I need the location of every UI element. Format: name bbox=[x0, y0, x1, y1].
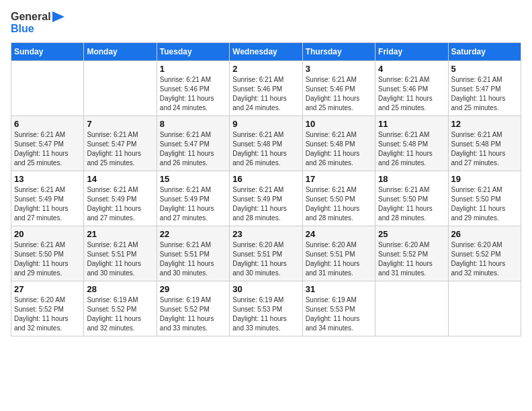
calendar-cell: 3Sunrise: 6:21 AM Sunset: 5:46 PM Daylig… bbox=[302, 61, 375, 116]
calendar-cell: 17Sunrise: 6:21 AM Sunset: 5:50 PM Dayli… bbox=[302, 171, 375, 226]
calendar-cell: 7Sunrise: 6:21 AM Sunset: 5:47 PM Daylig… bbox=[84, 116, 157, 171]
calendar-cell: 19Sunrise: 6:21 AM Sunset: 5:50 PM Dayli… bbox=[448, 171, 521, 226]
calendar-cell: 9Sunrise: 6:21 AM Sunset: 5:48 PM Daylig… bbox=[230, 116, 302, 171]
calendar-cell: 31Sunrise: 6:19 AM Sunset: 5:53 PM Dayli… bbox=[302, 281, 375, 336]
calendar-cell bbox=[448, 281, 521, 336]
day-number: 12 bbox=[451, 119, 518, 129]
calendar-week-row: 6Sunrise: 6:21 AM Sunset: 5:47 PM Daylig… bbox=[11, 116, 521, 171]
calendar-cell: 23Sunrise: 6:20 AM Sunset: 5:51 PM Dayli… bbox=[230, 226, 302, 281]
day-number: 3 bbox=[306, 64, 372, 74]
day-info: Sunrise: 6:21 AM Sunset: 5:46 PM Dayligh… bbox=[232, 75, 299, 113]
day-number: 22 bbox=[160, 229, 226, 239]
calendar-cell: 2Sunrise: 6:21 AM Sunset: 5:46 PM Daylig… bbox=[230, 61, 302, 116]
day-info: Sunrise: 6:20 AM Sunset: 5:52 PM Dayligh… bbox=[451, 240, 518, 278]
day-info: Sunrise: 6:19 AM Sunset: 5:53 PM Dayligh… bbox=[232, 295, 299, 333]
calendar-table: SundayMondayTuesdayWednesdayThursdayFrid… bbox=[11, 42, 521, 336]
day-number: 17 bbox=[306, 174, 372, 184]
day-number: 14 bbox=[87, 174, 153, 184]
calendar-cell: 30Sunrise: 6:19 AM Sunset: 5:53 PM Dayli… bbox=[230, 281, 302, 336]
calendar-cell: 28Sunrise: 6:19 AM Sunset: 5:52 PM Dayli… bbox=[84, 281, 157, 336]
day-of-week-header: Thursday bbox=[302, 43, 375, 61]
calendar-header-row: SundayMondayTuesdayWednesdayThursdayFrid… bbox=[11, 43, 521, 61]
calendar-cell: 26Sunrise: 6:20 AM Sunset: 5:52 PM Dayli… bbox=[448, 226, 521, 281]
day-number: 16 bbox=[232, 174, 299, 184]
day-info: Sunrise: 6:19 AM Sunset: 5:53 PM Dayligh… bbox=[306, 295, 372, 333]
day-info: Sunrise: 6:21 AM Sunset: 5:48 PM Dayligh… bbox=[232, 130, 299, 168]
day-number: 24 bbox=[306, 229, 372, 239]
day-number: 26 bbox=[451, 229, 518, 239]
day-info: Sunrise: 6:21 AM Sunset: 5:50 PM Dayligh… bbox=[378, 185, 445, 223]
day-number: 31 bbox=[306, 284, 372, 294]
day-number: 2 bbox=[232, 64, 299, 74]
day-info: Sunrise: 6:21 AM Sunset: 5:47 PM Dayligh… bbox=[87, 130, 153, 168]
day-number: 30 bbox=[232, 284, 299, 294]
calendar-cell bbox=[11, 61, 84, 116]
calendar-cell: 10Sunrise: 6:21 AM Sunset: 5:48 PM Dayli… bbox=[302, 116, 375, 171]
day-number: 9 bbox=[232, 119, 299, 129]
day-of-week-header: Saturday bbox=[448, 43, 521, 61]
day-number: 6 bbox=[14, 119, 81, 129]
day-number: 18 bbox=[378, 174, 445, 184]
day-number: 1 bbox=[160, 64, 226, 74]
day-info: Sunrise: 6:20 AM Sunset: 5:51 PM Dayligh… bbox=[232, 240, 299, 278]
day-info: Sunrise: 6:21 AM Sunset: 5:48 PM Dayligh… bbox=[306, 130, 372, 168]
day-info: Sunrise: 6:21 AM Sunset: 5:50 PM Dayligh… bbox=[14, 240, 81, 278]
calendar-week-row: 13Sunrise: 6:21 AM Sunset: 5:49 PM Dayli… bbox=[11, 171, 521, 226]
calendar-week-row: 20Sunrise: 6:21 AM Sunset: 5:50 PM Dayli… bbox=[11, 226, 521, 281]
day-of-week-header: Wednesday bbox=[230, 43, 302, 61]
day-number: 11 bbox=[378, 119, 445, 129]
calendar-cell bbox=[375, 281, 448, 336]
day-info: Sunrise: 6:19 AM Sunset: 5:52 PM Dayligh… bbox=[160, 295, 226, 333]
calendar-cell: 20Sunrise: 6:21 AM Sunset: 5:50 PM Dayli… bbox=[11, 226, 84, 281]
logo-text: General Blue bbox=[11, 11, 64, 34]
day-info: Sunrise: 6:20 AM Sunset: 5:52 PM Dayligh… bbox=[14, 295, 81, 333]
calendar-cell bbox=[84, 61, 157, 116]
calendar-cell: 21Sunrise: 6:21 AM Sunset: 5:51 PM Dayli… bbox=[84, 226, 157, 281]
day-info: Sunrise: 6:21 AM Sunset: 5:47 PM Dayligh… bbox=[14, 130, 81, 168]
day-info: Sunrise: 6:21 AM Sunset: 5:50 PM Dayligh… bbox=[306, 185, 372, 223]
day-number: 23 bbox=[232, 229, 299, 239]
logo: General Blue bbox=[11, 11, 64, 34]
day-of-week-header: Monday bbox=[84, 43, 157, 61]
calendar-cell: 1Sunrise: 6:21 AM Sunset: 5:46 PM Daylig… bbox=[157, 61, 229, 116]
day-info: Sunrise: 6:19 AM Sunset: 5:52 PM Dayligh… bbox=[87, 295, 153, 333]
day-number: 20 bbox=[14, 229, 81, 239]
day-info: Sunrise: 6:21 AM Sunset: 5:51 PM Dayligh… bbox=[87, 240, 153, 278]
day-number: 19 bbox=[451, 174, 518, 184]
day-info: Sunrise: 6:21 AM Sunset: 5:49 PM Dayligh… bbox=[160, 185, 226, 223]
day-number: 7 bbox=[87, 119, 153, 129]
svg-marker-0 bbox=[52, 11, 64, 22]
calendar-cell: 12Sunrise: 6:21 AM Sunset: 5:48 PM Dayli… bbox=[448, 116, 521, 171]
day-number: 15 bbox=[160, 174, 226, 184]
day-number: 21 bbox=[87, 229, 153, 239]
day-of-week-header: Sunday bbox=[11, 43, 84, 61]
day-number: 4 bbox=[378, 64, 445, 74]
logo-blue: Blue bbox=[11, 23, 64, 35]
calendar-cell: 16Sunrise: 6:21 AM Sunset: 5:49 PM Dayli… bbox=[230, 171, 302, 226]
calendar-cell: 13Sunrise: 6:21 AM Sunset: 5:49 PM Dayli… bbox=[11, 171, 84, 226]
day-number: 28 bbox=[87, 284, 153, 294]
calendar-cell: 6Sunrise: 6:21 AM Sunset: 5:47 PM Daylig… bbox=[11, 116, 84, 171]
calendar-cell: 14Sunrise: 6:21 AM Sunset: 5:49 PM Dayli… bbox=[84, 171, 157, 226]
logo-general: General bbox=[11, 11, 51, 23]
day-info: Sunrise: 6:20 AM Sunset: 5:51 PM Dayligh… bbox=[306, 240, 372, 278]
day-info: Sunrise: 6:21 AM Sunset: 5:46 PM Dayligh… bbox=[160, 75, 226, 113]
calendar-cell: 24Sunrise: 6:20 AM Sunset: 5:51 PM Dayli… bbox=[302, 226, 375, 281]
calendar-cell: 15Sunrise: 6:21 AM Sunset: 5:49 PM Dayli… bbox=[157, 171, 229, 226]
day-info: Sunrise: 6:21 AM Sunset: 5:47 PM Dayligh… bbox=[160, 130, 226, 168]
calendar-cell: 4Sunrise: 6:21 AM Sunset: 5:46 PM Daylig… bbox=[375, 61, 448, 116]
day-info: Sunrise: 6:21 AM Sunset: 5:46 PM Dayligh… bbox=[378, 75, 445, 113]
calendar-cell: 8Sunrise: 6:21 AM Sunset: 5:47 PM Daylig… bbox=[157, 116, 229, 171]
page-header: General Blue bbox=[11, 11, 521, 34]
day-of-week-header: Tuesday bbox=[157, 43, 229, 61]
day-number: 27 bbox=[14, 284, 81, 294]
day-info: Sunrise: 6:21 AM Sunset: 5:49 PM Dayligh… bbox=[87, 185, 153, 223]
day-info: Sunrise: 6:21 AM Sunset: 5:49 PM Dayligh… bbox=[232, 185, 299, 223]
day-number: 25 bbox=[378, 229, 445, 239]
day-info: Sunrise: 6:21 AM Sunset: 5:49 PM Dayligh… bbox=[14, 185, 81, 223]
day-info: Sunrise: 6:21 AM Sunset: 5:47 PM Dayligh… bbox=[451, 75, 518, 113]
day-info: Sunrise: 6:21 AM Sunset: 5:48 PM Dayligh… bbox=[378, 130, 445, 168]
day-info: Sunrise: 6:21 AM Sunset: 5:48 PM Dayligh… bbox=[451, 130, 518, 168]
day-number: 29 bbox=[160, 284, 226, 294]
day-number: 8 bbox=[160, 119, 226, 129]
